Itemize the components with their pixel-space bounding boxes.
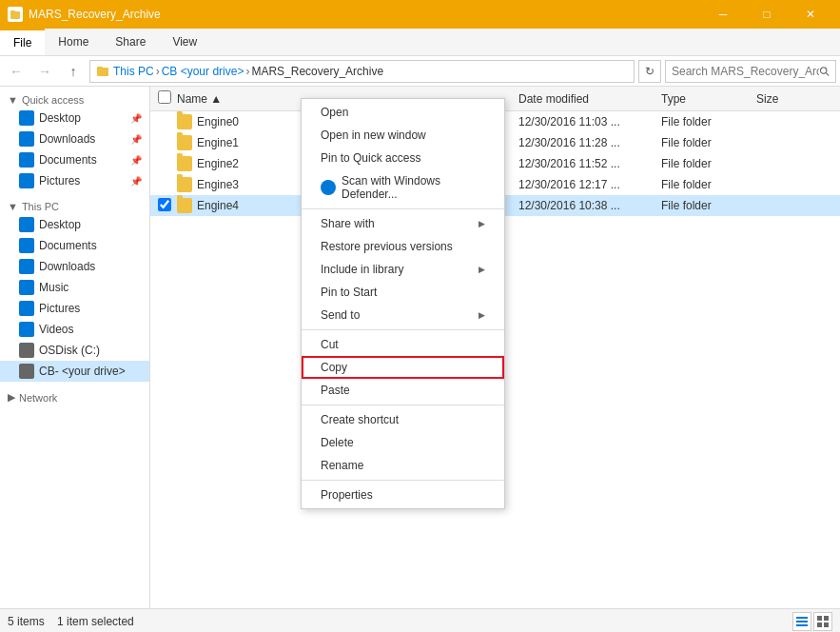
ctx-item-left: Scan with Windows Defender... (321, 174, 485, 201)
desktop-icon (19, 217, 34, 232)
folder-icon (177, 135, 192, 150)
sidebar-thispc-pictures[interactable]: Pictures (0, 298, 149, 319)
pin-icon: 📌 (130, 113, 142, 124)
tab-share[interactable]: Share (102, 29, 159, 55)
row-checkbox[interactable] (158, 198, 171, 211)
col-type-header[interactable]: Type (661, 92, 756, 106)
ctx-delete[interactable]: Delete (302, 431, 504, 454)
back-button[interactable]: ← (4, 59, 29, 84)
col-size-header[interactable]: Size (756, 92, 832, 106)
sidebar-thispc-osdisk[interactable]: OSDisk (C:) (0, 340, 149, 361)
search-icon (819, 66, 830, 77)
ctx-send-to[interactable]: Send to (302, 304, 504, 326)
ctx-open-new-window[interactable]: Open in new window (302, 124, 504, 147)
ctx-separator (302, 329, 504, 330)
sidebar-item-desktop[interactable]: Desktop 📌 (0, 108, 149, 128)
sidebar-group-thispc[interactable]: ▼ This PC (0, 197, 149, 214)
forward-button[interactable]: → (32, 59, 57, 84)
svg-rect-7 (796, 621, 808, 622)
pin-icon: 📌 (130, 176, 142, 187)
sidebar-item-label: Music (39, 281, 68, 294)
app-icon (8, 7, 23, 22)
minimize-button[interactable]: ─ (701, 0, 745, 29)
ctx-create-shortcut[interactable]: Create shortcut (302, 408, 504, 431)
drive-icon (19, 364, 34, 379)
ctx-item-left: Open in new window (321, 128, 426, 142)
ctx-properties[interactable]: Properties (302, 484, 504, 506)
ctx-item-left: Pin to Start (321, 286, 377, 299)
close-button[interactable]: ✕ (789, 0, 832, 29)
breadcrumb-thispc[interactable]: This PC (113, 65, 154, 78)
pin-icon: 📌 (130, 134, 142, 145)
music-icon (19, 280, 34, 295)
sidebar-item-label: Pictures (39, 174, 80, 188)
address-path[interactable]: This PC › CB <your drive> › MARS_Recover… (89, 60, 635, 83)
ctx-item-left: Paste (321, 384, 350, 397)
ctx-pin-start[interactable]: Pin to Start (302, 281, 504, 304)
downloads-icon (19, 131, 34, 147)
ctx-copy[interactable]: Copy (302, 356, 504, 379)
sidebar-group-network[interactable]: ▶ Network (0, 387, 149, 405)
sidebar-thispc-yourdrive[interactable]: CB- <your drive> (0, 361, 149, 382)
svg-rect-9 (817, 616, 822, 621)
sidebar-thispc-music[interactable]: Music (0, 277, 149, 298)
refresh-button[interactable]: ↻ (638, 60, 661, 83)
videos-icon (19, 322, 34, 337)
maximize-button[interactable]: □ (745, 0, 789, 29)
ctx-include-library[interactable]: Include in library (302, 258, 504, 281)
chevron-icon: ▼ (8, 94, 18, 106)
sidebar-group-quickaccess[interactable]: ▼ Quick access (0, 90, 149, 108)
sidebar-item-documents[interactable]: Documents 📌 (0, 149, 149, 170)
large-icons-view-button[interactable] (813, 612, 832, 631)
large-icons-view-icon (816, 615, 830, 628)
col-modified-header[interactable]: Date modified (518, 92, 661, 106)
tab-home[interactable]: Home (45, 29, 102, 55)
ctx-paste[interactable]: Paste (302, 379, 504, 402)
svg-rect-1 (10, 10, 15, 13)
ctx-restore-versions[interactable]: Restore previous versions (302, 235, 504, 258)
tab-view[interactable]: View (159, 29, 210, 55)
file-type: File folder (661, 157, 756, 170)
ctx-share-with[interactable]: Share with (302, 212, 504, 235)
ctx-item-left: Share with (321, 217, 375, 230)
tab-file[interactable]: File (0, 29, 45, 55)
documents-icon (19, 238, 34, 253)
sidebar: ▼ Quick access Desktop 📌 Downloads 📌 Doc… (0, 87, 150, 608)
ctx-rename[interactable]: Rename (302, 454, 504, 477)
details-view-button[interactable] (792, 612, 811, 631)
sidebar-item-label: CB- <your drive> (39, 365, 126, 378)
sidebar-thispc-documents[interactable]: Documents (0, 235, 149, 256)
ctx-item-left: Pin to Quick access (321, 151, 420, 165)
select-all-checkbox[interactable] (158, 90, 171, 104)
search-input[interactable] (672, 65, 819, 78)
sidebar-item-label: Downloads (39, 260, 95, 273)
title-bar: MARS_Recovery_Archive ─ □ ✕ (0, 0, 840, 29)
sidebar-item-label: Desktop (39, 111, 81, 125)
details-view-icon (795, 615, 809, 628)
window-controls: ─ □ ✕ (701, 0, 832, 29)
up-button[interactable]: ↑ (61, 59, 86, 84)
ctx-item-left: Restore previous versions (321, 240, 453, 253)
ctx-item-left: Open (321, 106, 348, 119)
ctx-item-left: Include in library (321, 263, 403, 276)
sidebar-thispc-desktop[interactable]: Desktop (0, 214, 149, 235)
sidebar-item-pictures[interactable]: Pictures 📌 (0, 170, 149, 191)
svg-rect-6 (796, 617, 808, 619)
ctx-item-left: Cut (321, 338, 339, 351)
ctx-item-left: Copy (321, 361, 347, 374)
quickaccess-label: Quick access (22, 94, 84, 106)
file-modified: 12/30/2016 11:52 ... (518, 157, 661, 170)
sidebar-thispc-downloads[interactable]: Downloads (0, 256, 149, 277)
ctx-scan-defender[interactable]: Scan with Windows Defender... (302, 169, 504, 206)
title-bar-left: MARS_Recovery_Archive (8, 7, 161, 22)
sidebar-item-downloads[interactable]: Downloads 📌 (0, 128, 149, 149)
sidebar-item-label: Videos (39, 323, 73, 336)
ctx-item-left: Create shortcut (321, 413, 399, 426)
ctx-open[interactable]: Open (302, 101, 504, 124)
sidebar-thispc-videos[interactable]: Videos (0, 319, 149, 340)
breadcrumb-drive[interactable]: CB <your drive> (162, 65, 244, 78)
folder-icon (177, 198, 192, 213)
ctx-pin-quickaccess[interactable]: Pin to Quick access (302, 147, 504, 169)
ctx-cut[interactable]: Cut (302, 333, 504, 356)
ribbon-tabs: File Home Share View (0, 29, 840, 55)
